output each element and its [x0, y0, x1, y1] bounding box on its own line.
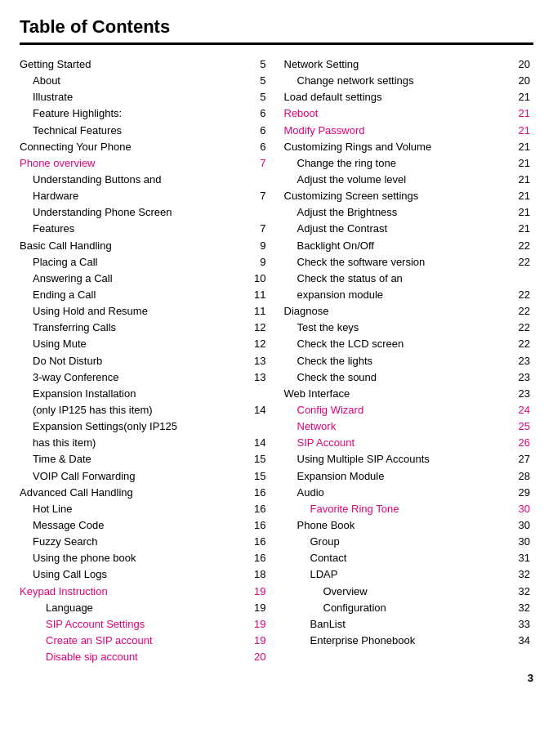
toc-page: 23 [511, 369, 530, 386]
list-item: Backlight On/Off22 [284, 238, 534, 254]
toc-label: Load default settings [284, 89, 511, 105]
list-item: Create an SIP account19 [20, 633, 270, 649]
toc-page: 22 [511, 238, 530, 254]
list-item: Web Interface23 [284, 386, 534, 402]
list-item: Change the ring tone21 [284, 155, 534, 172]
toc-label: Create an SIP account [20, 633, 247, 649]
toc-label: Adjust the Contrast [284, 221, 511, 237]
toc-label: Transferring Calls [20, 320, 247, 336]
toc-page: 10 [247, 271, 266, 287]
list-item: Phone Book30 [284, 517, 534, 534]
toc-page: 22 [511, 336, 530, 352]
toc-page: 14 [247, 402, 266, 418]
toc-label: Using Call Logs [20, 566, 247, 583]
list-item: Change network settings20 [284, 73, 534, 89]
list-item: Fuzzy Search16 [20, 534, 270, 550]
list-item: Feature Highlights:6 [20, 105, 270, 122]
toc-label: SIP Account [284, 435, 511, 451]
list-item: Check the status of an [284, 271, 534, 287]
list-item: Customizing Screen settings21 [284, 188, 534, 204]
toc-label: Understanding Buttons and [20, 172, 247, 188]
toc-page: 16 [247, 550, 266, 566]
toc-label: Language [20, 600, 247, 616]
toc-container: Getting Started5About5Illustrate5Feature… [20, 56, 533, 665]
toc-label: Diagnose [284, 303, 511, 320]
toc-page: 21 [511, 139, 530, 155]
toc-page: 15 [247, 468, 266, 485]
list-item: Adjust the Brightness21 [284, 204, 534, 221]
toc-page: 31 [511, 550, 530, 566]
list-item: Network Setting20 [284, 56, 534, 73]
toc-page: 23 [511, 353, 530, 369]
toc-page: 27 [511, 451, 530, 467]
toc-page: 22 [511, 320, 530, 336]
list-item: (only IP125 has this item)14 [20, 402, 270, 418]
toc-label: Expansion Settings(only IP125 [20, 418, 247, 435]
toc-page: 30 [511, 534, 530, 550]
toc-label: Understanding Phone Screen [20, 204, 247, 221]
toc-label: Feature Highlights: [20, 105, 247, 122]
toc-label: Answering a Call [20, 271, 247, 287]
toc-page: 32 [511, 600, 530, 616]
toc-page: 19 [247, 584, 266, 600]
toc-label: Overview [284, 584, 511, 600]
list-item: Enterprise Phonebook34 [284, 633, 534, 649]
toc-page: 32 [511, 566, 530, 583]
toc-page: 22 [511, 303, 530, 320]
toc-label: Using the phone book [20, 550, 247, 566]
toc-page: 24 [511, 402, 530, 418]
toc-page: 11 [247, 287, 266, 303]
list-item: has this item)14 [20, 435, 270, 451]
toc-label: Technical Features [20, 123, 247, 139]
toc-label: BanList [284, 616, 511, 633]
toc-label: has this item) [20, 435, 247, 451]
toc-page: 12 [247, 320, 266, 336]
toc-label: Adjust the volume level [284, 172, 511, 188]
list-item: Expansion Settings(only IP125 [20, 418, 270, 435]
list-item: Transferring Calls12 [20, 320, 270, 336]
list-item: Diagnose22 [284, 303, 534, 320]
list-item: Customizing Rings and Volume21 [284, 139, 534, 155]
toc-page: 13 [247, 369, 266, 386]
list-item: Hardware7 [20, 188, 270, 204]
toc-label: Using Mute [20, 336, 247, 352]
toc-page: 15 [247, 451, 266, 467]
list-item: Config Wizard24 [284, 402, 534, 418]
list-item: expansion module22 [284, 287, 534, 303]
toc-label: Message Code [20, 517, 247, 534]
toc-page: 20 [511, 56, 530, 73]
toc-label: Placing a Call [20, 254, 247, 271]
toc-label: Enterprise Phonebook [284, 633, 511, 649]
toc-label: Web Interface [284, 386, 511, 402]
toc-page: 16 [247, 534, 266, 550]
toc-label: Advanced Call Handling [20, 485, 247, 501]
toc-label: LDAP [284, 566, 511, 583]
list-item: Reboot21 [284, 105, 534, 122]
list-item: Getting Started5 [20, 56, 270, 73]
toc-label: (only IP125 has this item) [20, 402, 247, 418]
left-column: Getting Started5About5Illustrate5Feature… [20, 56, 270, 665]
toc-label: Illustrate [20, 89, 247, 105]
toc-label: Contact [284, 550, 511, 566]
toc-label: Getting Started [20, 56, 247, 73]
toc-label: Phone Book [284, 517, 511, 534]
list-item: Using Hold and Resume11 [20, 303, 270, 320]
toc-label: Favorite Ring Tone [284, 501, 511, 517]
list-item: Modify Password21 [284, 123, 534, 139]
toc-label: Customizing Rings and Volume [284, 139, 511, 155]
toc-page: 22 [511, 254, 530, 271]
toc-page: 7 [247, 155, 266, 172]
list-item: Check the lights23 [284, 353, 534, 369]
list-item: Group30 [284, 534, 534, 550]
toc-label: Ending a Call [20, 287, 247, 303]
toc-page: 18 [247, 566, 266, 583]
list-item: Using Mute12 [20, 336, 270, 352]
toc-label: Connecting Your Phone [20, 139, 247, 155]
toc-label: Phone overview [20, 155, 247, 172]
toc-page: 21 [511, 204, 530, 221]
toc-label: Change network settings [284, 73, 511, 89]
right-column: Network Setting20Change network settings… [284, 56, 534, 665]
list-item: Keypad Instruction19 [20, 584, 270, 600]
toc-page: 9 [247, 254, 266, 271]
toc-label: Modify Password [284, 123, 511, 139]
